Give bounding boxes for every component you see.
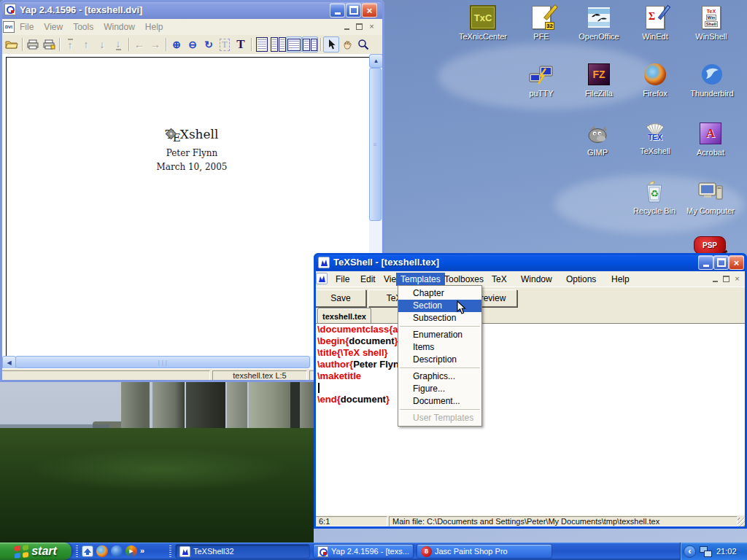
menu-item-description[interactable]: Description (398, 354, 481, 366)
first-page-icon: ↑ (62, 36, 78, 52)
desktop-icon-winshell[interactable]: TeXWinShell WinShell (683, 4, 740, 41)
yap-minimize-button[interactable] (330, 3, 345, 18)
menu-item-graphics[interactable]: Graphics... (398, 370, 481, 383)
zoom-in-icon[interactable]: ⊕ (169, 36, 185, 52)
texshell-statusbar: 6:1 Main file: C:\Documents and Settings… (314, 516, 747, 527)
desktop-icon-my-computer[interactable]: My Computer (682, 179, 739, 215)
select-tool-icon[interactable] (323, 36, 339, 52)
menu-item-section[interactable]: Section (398, 300, 481, 312)
quicklaunch-overflow-chevron[interactable]: » (140, 546, 144, 555)
menu-templates[interactable]: Templates (396, 273, 445, 286)
menu-toolboxes[interactable]: Toolboxes (440, 273, 488, 286)
taskband-handle[interactable] (169, 545, 171, 557)
desktop-icon-texshell[interactable]: TEX TeXshell (627, 119, 684, 155)
stone-pillar (186, 382, 225, 433)
psp-desktop-icon[interactable]: PSP (694, 236, 726, 254)
desktop-icon-gimp[interactable]: GIMP (569, 120, 626, 157)
text-select-icon[interactable]: T (217, 36, 233, 52)
firefox-icon (644, 61, 666, 88)
desktop-icon-thunderbird[interactable]: Thunderbird (684, 61, 740, 98)
hand-tool-icon[interactable] (339, 36, 355, 52)
network-tray-icon[interactable] (700, 546, 712, 557)
tab-texshell-tex[interactable]: texshell.tex (317, 308, 371, 324)
menu-edit[interactable]: Edit (356, 273, 380, 286)
menu-help[interactable]: Help (607, 273, 634, 286)
mdi-close-button[interactable]: × (732, 273, 743, 284)
yap-titlebar[interactable]: Yap 2.4.1596 - [texshell.dvi] (0, 0, 384, 19)
desktop-icon-firefox[interactable]: Firefox (627, 61, 684, 98)
texshell-titlebar[interactable]: TeXShell - [texshell.tex] (314, 253, 747, 271)
quick-launch-icon-1[interactable] (82, 545, 93, 557)
tray-collapse-chevron[interactable]: ‹ (684, 545, 696, 558)
single-page-view-icon[interactable] (254, 36, 270, 52)
menu-item-enumeration[interactable]: Enumeration (398, 329, 481, 341)
texshell-window: TeXShell - [texshell.tex] × File Edit Vi… (314, 253, 747, 529)
vertical-scroll-thumb[interactable]: ≡ (369, 68, 382, 221)
scroll-up-button[interactable]: ▲ (369, 54, 383, 68)
page-width-view-icon[interactable] (286, 36, 302, 52)
yap-menu-help[interactable]: Help (140, 20, 169, 34)
menu-item-items[interactable]: Items (398, 341, 481, 354)
menu-item-chapter[interactable]: Chapter (398, 287, 481, 300)
filezilla-icon: FZ (588, 61, 610, 88)
texshell-minimize-button[interactable] (698, 255, 713, 270)
yap-menu-tools[interactable]: Tools (68, 20, 98, 34)
yap-maximize-button[interactable] (346, 3, 361, 18)
texshell-editor[interactable]: \documentclass{a \begin{document} \title… (315, 323, 746, 516)
desktop-icon-acrobat[interactable]: A Acrobat (682, 120, 739, 157)
render-text-icon[interactable]: T (233, 36, 249, 52)
quick-launch-thunderbird-icon[interactable] (111, 545, 123, 557)
yap-menu-window[interactable]: Window (98, 20, 140, 34)
yap-menu-file[interactable]: File (15, 20, 39, 34)
continuous-view-icon[interactable] (302, 36, 318, 52)
quicklaunch-handle[interactable] (76, 545, 78, 557)
desktop-icon-putty[interactable]: puTTY (513, 61, 570, 98)
print-setup-icon[interactable] (41, 36, 57, 52)
menu-tex[interactable]: TeX (487, 273, 511, 286)
mdi-minimize-button[interactable] (710, 273, 721, 284)
task-button-yap[interactable]: Yap 2.4.1596 - [texs... (313, 544, 414, 559)
two-page-view-icon[interactable] (270, 36, 286, 52)
resize-grip[interactable] (738, 518, 747, 527)
horizontal-scroll-thumb[interactable]: ∣∣∣ (15, 356, 310, 368)
menu-options[interactable]: Options (562, 273, 600, 286)
quick-launch-firefox-icon[interactable] (96, 545, 108, 557)
mdi-close-button[interactable]: × (366, 21, 377, 31)
previous-page-icon: ↑ (78, 36, 94, 52)
task-button-jasc-psp[interactable]: 8 Jasc Paint Shop Pro (417, 544, 552, 559)
desktop-icon-texniccenter[interactable]: TxC TeXnicCenter (454, 4, 511, 41)
magnifier-tool-icon[interactable] (355, 36, 371, 52)
desktop-icon-winedt[interactable]: Σ WinEdt (627, 4, 684, 41)
quick-launch-media-player-icon[interactable]: ▶ (125, 545, 137, 557)
print-icon[interactable] (25, 36, 41, 52)
start-button[interactable]: start (0, 542, 71, 560)
texshell-maximize-button[interactable] (713, 255, 729, 270)
open-file-icon[interactable] (4, 36, 20, 52)
menu-file[interactable]: File (331, 273, 354, 286)
desktop-icon-openoffice[interactable]: OpenOffice (570, 4, 627, 41)
desktop-icon-filezilla[interactable]: FZ FileZilla (570, 61, 627, 98)
menu-item-subsection[interactable]: Subsection (398, 312, 481, 324)
taskbar-clock: 21:02 (716, 547, 737, 556)
desktop-icon-recycle-bin[interactable]: ♻ Recycle Bin (626, 179, 683, 215)
texshell-close-button[interactable]: × (729, 255, 744, 270)
mdi-minimize-button[interactable] (341, 21, 352, 31)
yap-menu-view[interactable]: View (39, 20, 68, 34)
save-button[interactable]: Save (315, 289, 366, 307)
photo-grass-highlight (29, 448, 292, 491)
menu-window[interactable]: Window (516, 273, 557, 286)
taskbar: start ▶ » TeXShell32 Yap 2.4.1596 - [tex… (0, 542, 747, 560)
mdi-restore-button[interactable] (354, 21, 365, 31)
menu-item-document[interactable]: Document... (398, 395, 481, 408)
mdi-restore-button[interactable] (721, 273, 732, 284)
refresh-icon[interactable]: ↻ (201, 36, 217, 52)
back-icon: ← (131, 36, 147, 52)
desktop-icon-pfe[interactable]: 32 PFE (513, 4, 570, 41)
wallpaper-stonehenge-photo (0, 382, 314, 543)
zoom-out-icon[interactable]: ⊖ (185, 36, 201, 52)
acrobat-icon: A (700, 120, 721, 147)
desktop-icon-label: Thunderbird (690, 89, 733, 98)
task-button-texshell32[interactable]: TeXShell32 (175, 544, 310, 559)
menu-item-figure[interactable]: Figure... (398, 383, 481, 395)
yap-close-button[interactable]: × (362, 3, 377, 18)
